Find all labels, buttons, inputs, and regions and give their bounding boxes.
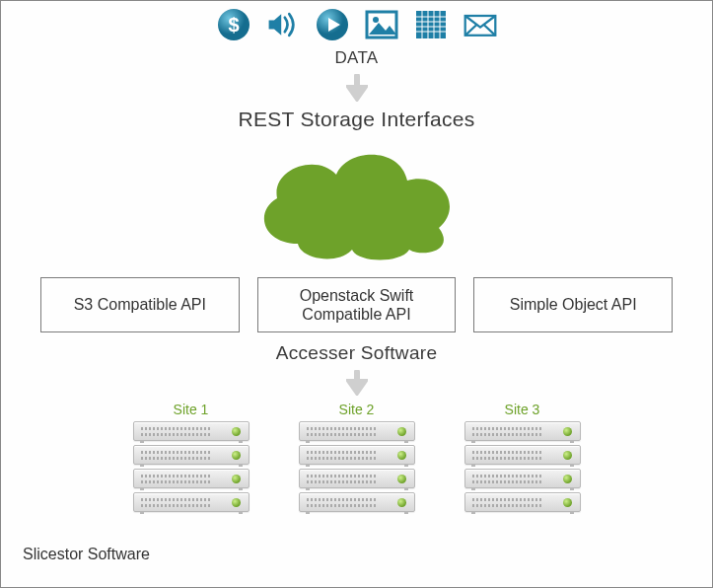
arrow-down-icon — [1, 370, 712, 396]
site-column: Site 1 — [133, 402, 250, 516]
data-label: DATA — [1, 48, 712, 68]
api-box-simple: Simple Object API — [473, 277, 673, 332]
play-icon — [315, 7, 350, 42]
mail-icon — [463, 7, 498, 42]
server-rack — [133, 445, 250, 465]
data-type-icons: $ — [1, 1, 712, 42]
svg-rect-5 — [416, 11, 446, 38]
api-boxes-row: S3 Compatible API Openstack Swift Compat… — [1, 277, 712, 332]
server-rack — [464, 421, 581, 441]
server-rack — [464, 492, 581, 512]
site-title: Site 2 — [339, 402, 375, 417]
site-column: Site 2 — [299, 402, 415, 516]
site-column: Site 3 — [464, 402, 581, 516]
slicestor-label: Slicestor Software — [23, 546, 150, 563]
site-title: Site 1 — [174, 402, 209, 417]
svg-point-4 — [373, 17, 379, 23]
api-box-s3: S3 Compatible API — [40, 277, 240, 332]
site-title: Site 3 — [505, 402, 540, 417]
server-rack — [464, 445, 581, 465]
image-icon — [364, 7, 399, 42]
server-rack — [299, 469, 415, 488]
server-rack — [299, 421, 415, 441]
server-rack — [133, 469, 250, 488]
cloud-icon — [1, 135, 712, 263]
server-rack — [299, 492, 415, 512]
server-rack — [299, 445, 415, 465]
dollar-icon: $ — [216, 7, 251, 42]
sound-icon — [265, 7, 301, 42]
grid-icon — [413, 7, 449, 42]
server-rack — [133, 421, 250, 441]
server-rack — [464, 469, 581, 488]
server-rack — [133, 492, 250, 512]
rest-interfaces-label: REST Storage Interfaces — [1, 108, 712, 131]
arrow-down-icon — [1, 74, 712, 102]
api-box-swift: Openstack Swift Compatible API — [257, 277, 457, 332]
sites-row: Site 1 Site 2 Site 3 — [1, 402, 712, 516]
accesser-label: Accesser Software — [1, 342, 712, 364]
svg-text:$: $ — [228, 14, 239, 36]
